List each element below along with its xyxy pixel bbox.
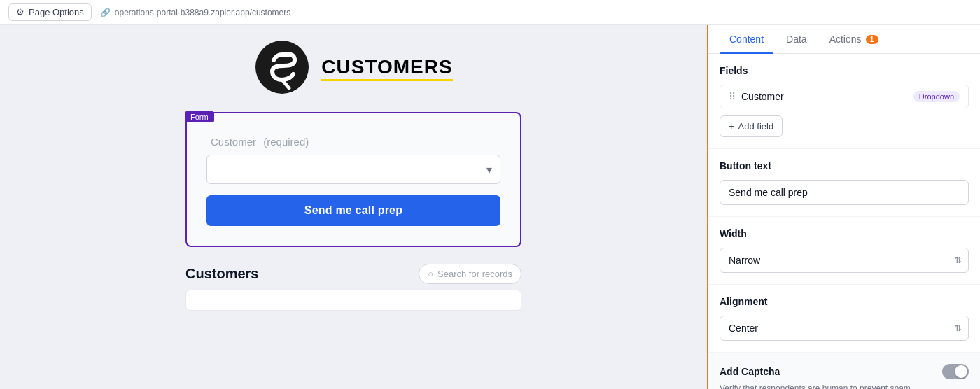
panel-tabs: Content Data Actions 1 xyxy=(708,25,980,54)
form-badge: Form xyxy=(185,111,214,122)
logo-area: CUSTOMERS xyxy=(254,39,452,95)
alignment-select-wrapper: Left Center Right ⇅ xyxy=(720,316,969,341)
tab-data[interactable]: Data xyxy=(776,25,817,53)
customers-table xyxy=(186,290,522,311)
customers-section-title: Customers xyxy=(186,266,258,282)
tab-actions[interactable]: Actions 1 xyxy=(820,25,888,53)
gear-icon: ⚙ xyxy=(16,7,24,17)
customers-header: Customers ○ Search for records xyxy=(186,264,522,284)
fields-section-title: Fields xyxy=(720,65,969,76)
width-section: Width Narrow Wide Full ⇅ xyxy=(708,217,980,285)
captcha-description: Verify that respondents are human to pre… xyxy=(720,383,969,389)
plus-icon: + xyxy=(729,121,734,132)
captcha-label: Add Captcha xyxy=(720,366,780,377)
form-container: Customer (required) ▾ Send me call prep xyxy=(186,112,522,247)
tab-content[interactable]: Content xyxy=(720,25,774,53)
customer-dropdown[interactable] xyxy=(206,155,500,184)
search-bar[interactable]: ○ Search for records xyxy=(419,264,522,284)
add-field-button[interactable]: + Add field xyxy=(720,115,783,137)
captcha-row: Add Captcha xyxy=(720,364,969,379)
form-select-wrapper: ▾ xyxy=(206,155,500,184)
page-options-label: Page Options xyxy=(29,7,84,17)
tab-actions-label: Actions xyxy=(830,34,862,45)
url-text: operations-portal-b388a9.zapier.app/cust… xyxy=(115,8,290,17)
actions-badge: 1 xyxy=(866,35,878,44)
field-name: Customer xyxy=(741,91,908,102)
url-bar: 🔗 operations-portal-b388a9.zapier.app/cu… xyxy=(100,8,290,17)
search-placeholder: Search for records xyxy=(438,269,512,279)
link-icon: 🔗 xyxy=(100,8,111,17)
form-wrapper: Form Customer (required) ▾ Send me call … xyxy=(186,112,522,247)
drag-handle-icon[interactable]: ⠿ xyxy=(729,91,736,102)
button-text-title: Button text xyxy=(720,160,969,171)
field-row: ⠿ Customer Dropdown xyxy=(720,85,969,108)
top-bar: ⚙ Page Options 🔗 operations-portal-b388a… xyxy=(0,0,980,25)
width-select-wrapper: Narrow Wide Full ⇅ xyxy=(720,248,969,273)
page-options-button[interactable]: ⚙ Page Options xyxy=(8,3,92,21)
main-layout: CUSTOMERS Form Customer (required) ▾ Sen… xyxy=(0,25,980,389)
toggle-knob xyxy=(955,365,967,378)
captcha-section: Add Captcha Verify that respondents are … xyxy=(708,353,980,389)
search-icon: ○ xyxy=(428,269,433,279)
form-field-label: Customer (required) xyxy=(206,136,500,148)
field-type-badge[interactable]: Dropdown xyxy=(913,91,960,102)
required-label: (required) xyxy=(263,136,309,148)
button-text-input[interactable] xyxy=(720,180,969,205)
alignment-title: Alignment xyxy=(720,296,969,307)
width-select[interactable]: Narrow Wide Full xyxy=(720,248,969,273)
customers-heading: CUSTOMERS xyxy=(321,56,452,78)
fields-section: Fields ⠿ Customer Dropdown + Add field xyxy=(708,54,980,149)
alignment-section: Alignment Left Center Right ⇅ xyxy=(708,285,980,353)
add-field-label: Add field xyxy=(738,121,774,132)
right-panel: Content Data Actions 1 Fields ⠿ Customer… xyxy=(707,25,980,389)
alignment-select[interactable]: Left Center Right xyxy=(720,316,969,341)
brand-logo xyxy=(254,39,310,95)
captcha-toggle[interactable] xyxy=(942,364,969,379)
tab-content-label: Content xyxy=(729,34,764,45)
canvas: CUSTOMERS Form Customer (required) ▾ Sen… xyxy=(0,25,707,389)
tab-data-label: Data xyxy=(786,34,807,45)
submit-button[interactable]: Send me call prep xyxy=(206,195,500,226)
customers-section: Customers ○ Search for records xyxy=(186,264,522,311)
width-title: Width xyxy=(720,228,969,239)
button-text-section: Button text xyxy=(708,149,980,217)
